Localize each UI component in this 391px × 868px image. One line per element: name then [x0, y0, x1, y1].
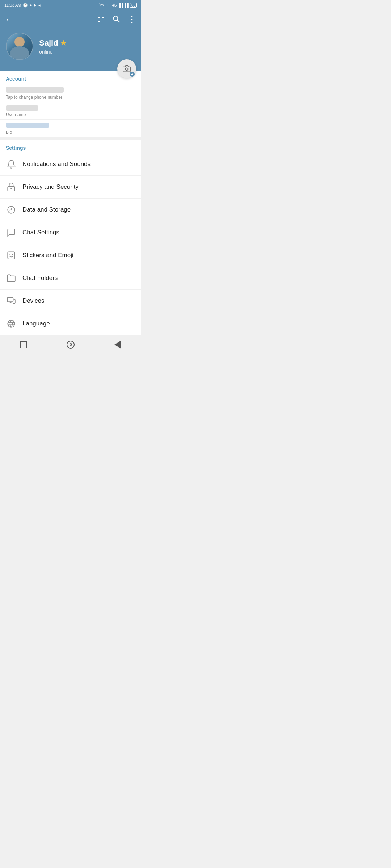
svg-point-16 — [10, 188, 12, 189]
bio-item[interactable]: Bio — [0, 120, 141, 137]
time-display: 11:03 AM — [4, 3, 21, 7]
folder-icon — [6, 273, 17, 284]
clock-icon — [6, 204, 17, 215]
settings-item-language[interactable]: Language — [0, 312, 141, 335]
svg-rect-3 — [98, 16, 100, 17]
settings-item-stickers[interactable]: Stickers and Emoji — [0, 244, 141, 267]
svg-point-14 — [125, 68, 128, 70]
toolbar-actions: ⋮ — [97, 14, 136, 25]
svg-rect-9 — [103, 21, 104, 21]
back-button[interactable]: ← — [5, 15, 13, 24]
avatar[interactable] — [6, 33, 33, 60]
nav-back-button[interactable] — [111, 338, 124, 351]
sticker-icon — [6, 250, 17, 261]
bell-icon — [6, 159, 17, 170]
section-divider — [0, 137, 141, 140]
data-label: Data and Storage — [22, 206, 135, 213]
profile-name-text: Sajid — [39, 38, 58, 48]
phone-number-blurred — [6, 87, 64, 93]
youtube-icon2: ▶ — [34, 3, 37, 7]
avatar-image — [7, 33, 33, 59]
back-nav-icon — [114, 341, 121, 349]
settings-section: Settings Notifications and Sounds Privac… — [0, 140, 141, 335]
devices-icon — [6, 295, 17, 306]
status-bar-right: VoLTE 4G ▐▐▐▐ 86 — [99, 3, 137, 8]
change-photo-button[interactable]: + — [117, 59, 136, 78]
more-options-button[interactable]: ⋮ — [127, 14, 136, 25]
status-bar-left: 11:03 AM 🕐 ▶ ▶ ◂ — [4, 3, 41, 8]
svg-rect-4 — [102, 16, 104, 17]
profile-info: Sajid ★ online — [39, 38, 135, 55]
recents-nav-inner — [70, 343, 72, 346]
privacy-label: Privacy and Security — [22, 183, 135, 191]
language-icon — [6, 318, 17, 329]
lock-icon — [6, 182, 17, 192]
chat-icon — [6, 227, 17, 238]
svg-rect-6 — [102, 20, 102, 20]
svg-point-24 — [8, 320, 15, 327]
nav-square-button[interactable] — [17, 338, 30, 351]
stickers-label: Stickers and Emoji — [22, 252, 135, 259]
bio-blurred — [6, 123, 49, 128]
settings-item-notifications[interactable]: Notifications and Sounds — [0, 153, 141, 176]
svg-point-20 — [12, 254, 13, 255]
settings-item-folders[interactable]: Chat Folders — [0, 267, 141, 290]
profile-name: Sajid ★ — [39, 38, 135, 48]
settings-item-devices[interactable]: Devices — [0, 290, 141, 312]
recents-nav-icon — [67, 341, 75, 349]
svg-point-19 — [9, 254, 10, 255]
username-item[interactable]: Username — [0, 102, 141, 120]
phone-number-item[interactable]: Tap to change phone number — [0, 84, 141, 102]
bio-label: Bio — [6, 130, 135, 135]
account-section: Account Tap to change phone number Usern… — [0, 71, 141, 137]
battery-icon: 86 — [130, 3, 137, 8]
volte-icon: VoLTE — [99, 3, 110, 7]
svg-rect-11 — [102, 22, 104, 22]
folders-label: Chat Folders — [22, 275, 135, 282]
qr-code-button[interactable] — [97, 14, 105, 25]
premium-star-icon: ★ — [60, 39, 66, 47]
settings-item-privacy[interactable]: Privacy and Security — [0, 176, 141, 199]
settings-item-chat[interactable]: Chat Settings — [0, 221, 141, 244]
home-nav-icon — [20, 341, 27, 348]
navigation-icon: ◂ — [38, 3, 41, 8]
youtube-icon: ▶ — [30, 3, 32, 7]
nav-circle-button[interactable] — [64, 338, 77, 351]
phone-label: Tap to change phone number — [6, 95, 135, 100]
devices-label: Devices — [22, 297, 135, 305]
chat-settings-label: Chat Settings — [22, 229, 135, 236]
alarm-icon: 🕐 — [23, 3, 28, 8]
svg-rect-5 — [98, 20, 100, 21]
svg-line-13 — [118, 20, 120, 22]
profile-section: Sajid ★ online + — [0, 29, 141, 71]
svg-point-12 — [114, 16, 118, 20]
settings-section-header: Settings — [0, 140, 141, 153]
status-bar: 11:03 AM 🕐 ▶ ▶ ◂ VoLTE 4G ▐▐▐▐ 86 — [0, 0, 141, 10]
notifications-label: Notifications and Sounds — [22, 161, 135, 168]
language-label: Language — [22, 320, 135, 327]
svg-rect-18 — [8, 252, 15, 259]
svg-rect-7 — [103, 20, 104, 20]
nav-bar — [0, 335, 141, 354]
signal-icon: ▐▐▐▐ — [118, 3, 129, 7]
settings-item-data[interactable]: Data and Storage — [0, 199, 141, 221]
profile-status: online — [39, 49, 135, 55]
svg-rect-21 — [7, 297, 13, 302]
toolbar: ← ⋮ — [0, 10, 141, 29]
username-label: Username — [6, 112, 135, 117]
svg-rect-8 — [102, 21, 102, 21]
search-button[interactable] — [112, 14, 121, 25]
network-label: 4G — [112, 3, 117, 7]
username-blurred — [6, 105, 38, 111]
svg-rect-10 — [104, 20, 104, 22]
